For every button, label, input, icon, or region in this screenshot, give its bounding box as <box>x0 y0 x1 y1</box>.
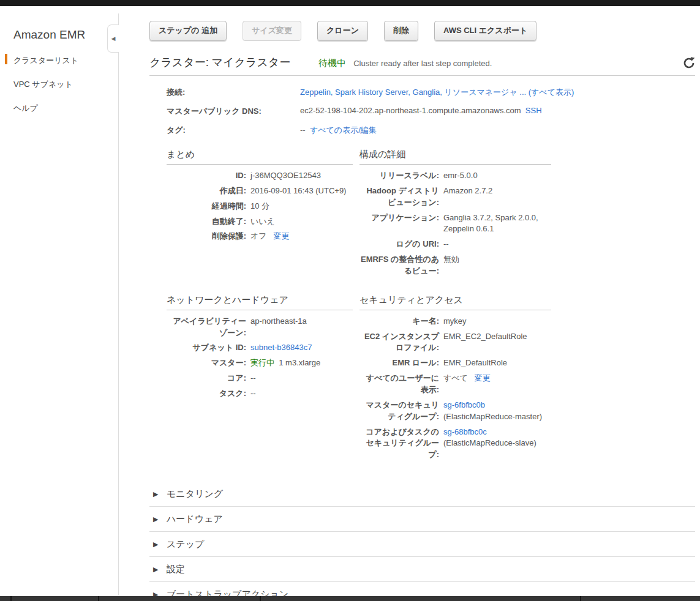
connections-links[interactable]: Zeppelin, Spark History Server, Ganglia,… <box>300 88 574 97</box>
log-uri-row: ログの URI: -- <box>359 239 551 250</box>
cluster-status-message: Cluster ready after last step completed. <box>353 59 492 68</box>
expand-triangle-icon: ▶ <box>153 540 167 548</box>
ssh-link[interactable]: SSH <box>525 106 542 115</box>
master-instance-row: マスター: 実行中 1 m3.xlarge <box>167 357 353 369</box>
master-dns-value: ec2-52-198-104-202.ap-northeast-1.comput… <box>300 106 521 115</box>
release-label-row: リリースラベル: emr-5.0.0 <box>359 170 551 182</box>
configuration-section-title: 構成の詳細 <box>359 149 551 165</box>
summary-id-row: ID: j-36MQQ3OE12543 <box>167 170 353 182</box>
ec2-instance-profile-row: EC2 インスタンスプロファイル: EMR_EC2_DefaultRole <box>359 331 551 354</box>
delete-button[interactable]: 削除 <box>384 21 418 41</box>
footer-separator <box>98 596 99 601</box>
footer-separator <box>10 596 12 601</box>
connections-row: 接続: Zeppelin, Spark History Server, Gang… <box>167 83 695 102</box>
page-title: クラスター: マイクラスター <box>149 55 290 70</box>
expand-triangle-icon: ▶ <box>153 490 167 498</box>
network-section: ネットワークとハードウェア アベイラビリティーゾーン: ap-northeast… <box>167 294 353 465</box>
accordion-settings[interactable]: ▶ 設定 <box>149 557 695 582</box>
emr-role-row: EMR ロール: EMR_DefaultRole <box>359 357 551 369</box>
master-dns-row: マスターパブリック DNS: ec2-52-198-104-202.ap-nor… <box>167 102 695 121</box>
sidebar-item-cluster-list[interactable]: クラスターリスト <box>0 55 119 66</box>
footer-separator <box>580 596 581 601</box>
security-section-title: セキュリティとアクセス <box>359 294 551 310</box>
cluster-status-badge: 待機中 <box>318 58 346 69</box>
chevron-left-icon: ◀ <box>111 35 116 42</box>
summary-section: まとめ ID: j-36MQQ3OE12543 作成日: 2016-09-01 … <box>167 149 353 281</box>
master-security-group-link[interactable]: sg-6fbfbc0b <box>443 400 485 409</box>
emrfs-consistent-view-row: EMRFS の整合性のあるビュー: 無効 <box>359 254 551 277</box>
accordion-label: モニタリング <box>167 488 223 500</box>
sidebar-item-label: ヘルプ <box>13 103 38 113</box>
aws-cli-export-button[interactable]: AWS CLI エクスポート <box>434 21 536 41</box>
visible-to-all-users-row: すべてのユーザーに表示: すべて 変更 <box>359 373 551 396</box>
sidebar-nav: クラスターリスト VPC サブネット ヘルプ <box>0 55 119 114</box>
configuration-section: 構成の詳細 リリースラベル: emr-5.0.0 Hadoop ディストリビュー… <box>359 149 551 281</box>
sidebar-item-label: クラスターリスト <box>13 56 78 65</box>
core-instance-row: コア: -- <box>167 373 353 384</box>
add-step-button[interactable]: ステップの 追加 <box>149 21 227 41</box>
hadoop-distribution-row: Hadoop ディストリビューション: Amazon 2.7.2 <box>359 185 551 209</box>
connections-label: 接続: <box>167 87 300 98</box>
task-instance-row: タスク: -- <box>167 388 353 400</box>
core-task-security-group-link[interactable]: sg-68bfbc0c <box>443 427 487 436</box>
tags-label: タグ: <box>167 125 300 136</box>
change-visibility-link[interactable]: 変更 <box>475 373 491 383</box>
subnet-id-row: サブネット ID: subnet-b36843c7 <box>167 342 353 354</box>
sidebar-item-label: VPC サブネット <box>13 80 73 89</box>
refresh-button[interactable] <box>683 56 695 69</box>
summary-created-row: 作成日: 2016-09-01 16:43 (UTC+9) <box>167 185 353 197</box>
clone-button[interactable]: クローン <box>317 21 368 41</box>
cluster-info-rows: 接続: Zeppelin, Spark History Server, Gang… <box>167 83 695 140</box>
key-name-row: キー名: mykey <box>359 316 551 327</box>
sidebar: Amazon EMR クラスターリスト VPC サブネット ヘルプ <box>0 6 119 596</box>
sidebar-item-help[interactable]: ヘルプ <box>0 103 119 114</box>
accordion-steps[interactable]: ▶ ステップ <box>149 532 695 557</box>
accordion-list: ▶ モニタリング ▶ ハードウェア ▶ ステップ ▶ 設定 ▶ ブートストラップ… <box>149 482 695 601</box>
accordion-label: ステップ <box>167 539 204 550</box>
summary-section-title: まとめ <box>167 149 353 165</box>
summary-elapsed-row: 経過時間: 10 分 <box>167 201 353 212</box>
toolbar: ステップの 追加 サイズ変更 クローン 削除 AWS CLI エクスポート <box>149 21 695 41</box>
sidebar-collapse-toggle[interactable]: ◀ <box>107 24 119 53</box>
master-running-status: 実行中 <box>250 358 274 367</box>
core-task-security-group-row: コアおよびタスクのセキュリティグループ: sg-68bfbc0c (Elasti… <box>359 427 551 461</box>
applications-row: アプリケーション: Ganglia 3.7.2, Spark 2.0.0, Ze… <box>359 212 551 236</box>
accordion-label: ハードウェア <box>167 513 223 525</box>
tags-row: タグ: -- すべての表示/編集 <box>167 121 695 140</box>
detail-sections: まとめ ID: j-36MQQ3OE12543 作成日: 2016-09-01 … <box>167 149 695 465</box>
summary-autoterminate-row: 自動終了: いいえ <box>167 216 353 228</box>
master-dns-label: マスターパブリック DNS: <box>167 106 300 117</box>
sidebar-divider <box>118 13 119 595</box>
security-section: セキュリティとアクセス キー名: mykey EC2 インスタンスプロファイル:… <box>359 294 551 465</box>
top-nav-bar <box>0 0 700 6</box>
resize-button[interactable]: サイズ変更 <box>243 21 301 41</box>
expand-triangle-icon: ▶ <box>153 515 167 523</box>
accordion-monitoring[interactable]: ▶ モニタリング <box>149 482 695 507</box>
accordion-hardware[interactable]: ▶ ハードウェア <box>149 507 695 532</box>
page-header: クラスター: マイクラスター 待機中 Cluster ready after l… <box>149 55 695 76</box>
sidebar-item-vpc-subnet[interactable]: VPC サブネット <box>0 79 119 90</box>
network-section-title: ネットワークとハードウェア <box>167 294 353 310</box>
tags-edit-link[interactable]: すべての表示/編集 <box>310 125 377 135</box>
summary-termination-protection-row: 削除保護: オフ 変更 <box>167 231 353 242</box>
accordion-label: 設定 <box>167 564 185 575</box>
availability-zone-row: アベイラビリティーゾーン: ap-northeast-1a <box>167 316 353 339</box>
refresh-icon <box>683 56 695 69</box>
active-indicator-bar <box>5 54 7 64</box>
subnet-link[interactable]: subnet-b36843c7 <box>250 343 312 352</box>
expand-triangle-icon: ▶ <box>153 566 167 573</box>
footer-separator <box>260 596 261 601</box>
master-security-group-row: マスターのセキュリティグループ: sg-6fbfbc0b (ElasticMap… <box>359 400 551 423</box>
footer-bar <box>0 596 700 601</box>
tags-value: -- <box>300 125 306 135</box>
main-content: ステップの 追加 サイズ変更 クローン 削除 AWS CLI エクスポート クラ… <box>149 6 695 601</box>
app-title: Amazon EMR <box>13 28 119 42</box>
change-protection-link[interactable]: 変更 <box>273 231 289 241</box>
